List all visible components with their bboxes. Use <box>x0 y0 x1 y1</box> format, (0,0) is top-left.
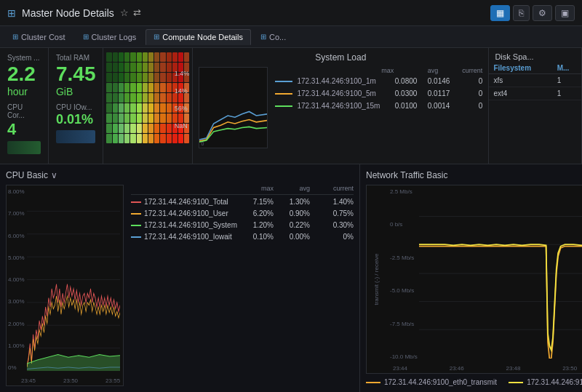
disk-col-filesystem: Filesystem <box>489 63 552 74</box>
top-bar-left: ⊞ Master Node Details ☆ ⇄ <box>7 7 141 19</box>
metrics-row: System ... 2.2 hour CPU Cor... 4 Total R… <box>0 48 582 164</box>
stats-col-current: current <box>310 185 354 192</box>
heatmap-labels: 1.4% 14% 56% NaN <box>175 70 190 129</box>
cpu-stats: max avg current 172.31.44.246:9100_Total… <box>131 185 354 386</box>
series-iowait-dash <box>131 236 141 238</box>
cpu-x-2: 23:55 <box>105 377 120 384</box>
series-1-label: 172.31.44.246:9100_5m <box>297 89 380 97</box>
settings-button[interactable]: ⚙ <box>533 5 552 21</box>
cpu-stats-row-1: 172.31.44.246:9100_User 6.20% 0.90% 0.75… <box>131 209 354 217</box>
net-y-2: -2.5 Mb/s <box>390 255 418 261</box>
series-1-line <box>275 93 292 95</box>
series-2-current: 0 <box>450 102 482 110</box>
tab-co[interactable]: ⊞ Co... <box>252 29 294 45</box>
net-y-axis-label: transmit (-) / receive <box>373 253 380 305</box>
series-total-avg: 1.30% <box>274 198 310 206</box>
cpu-iowait-value: 0.01% <box>56 113 96 127</box>
sysload-content: 0 max avg current 172.31.44.246:9100_1m … <box>193 64 488 151</box>
series-0-max: 0.0800 <box>384 77 417 85</box>
disk-row-0-fs: xfs <box>489 74 552 87</box>
disk-table: Filesystem M... xfs 1 ext4 1 <box>489 63 581 100</box>
series-2-avg: 0.0014 <box>417 102 450 110</box>
disk-card: Disk Spa... Filesystem M... xfs 1 ext4 <box>489 48 582 164</box>
tab-cluster-logs-label: Cluster Logs <box>92 33 137 41</box>
cpu-stats-row-3: 172.31.44.246:9100_Iowait 0.10% 0.00% 0% <box>131 233 354 241</box>
disk-row-1-fs: ext4 <box>489 87 552 100</box>
sysload-legend-area: max avg current 172.31.44.246:9100_1m 0.… <box>275 67 482 148</box>
monitor-button[interactable]: ▣ <box>555 5 575 21</box>
series-0-current: 0 <box>450 77 482 85</box>
cpu-title-text: CPU Basic <box>6 170 48 180</box>
cpu-stats-row-0: 172.31.44.246:9100_Total 7.15% 1.30% 1.4… <box>131 198 354 206</box>
cpu-y-0: 0% <box>8 364 25 371</box>
heatmap-grid: 1.4% 14% 56% NaN <box>106 52 189 147</box>
heatmap-label-1: 14% <box>175 87 190 95</box>
page-title: Master Node Details <box>22 7 114 19</box>
series-system-label: 172.31.44.246:9100_System <box>144 221 237 229</box>
sysload-card: System Load 0 max <box>193 48 489 164</box>
sysload-title: System Load <box>193 48 488 64</box>
graph-view-button[interactable]: ⎘ <box>513 5 530 21</box>
iow-sparkline <box>56 130 96 143</box>
net-y-4: -7.5 Mb/s <box>390 321 418 327</box>
series-user-max: 6.20% <box>237 209 274 217</box>
network-panel: Network Traffic Basic transmit (-) / rec… <box>360 164 582 392</box>
col-current: current <box>450 67 482 74</box>
series-total-dash <box>131 201 141 203</box>
tab-compute-node[interactable]: ⊞ Compute Node Details <box>146 29 251 45</box>
net-x-2: 23:48 <box>506 365 520 372</box>
net-receive-label: 172.31.44.246:9100_eth0_receive <box>527 378 582 386</box>
net-x-0: 23:44 <box>393 365 407 372</box>
col-max: max <box>361 67 394 74</box>
tab-co-label: Co... <box>269 33 286 41</box>
series-1-current: 0 <box>450 89 482 97</box>
cpu-sparkline <box>7 141 41 154</box>
sysload-series-1: 172.31.44.246:9100_5m 0.0300 0.0117 0 <box>275 89 482 97</box>
series-0-avg: 0.0146 <box>417 77 450 85</box>
cpu-panel: CPU Basic ∨ 8.00% 7.00% 6.00% 5.00% 4.00… <box>0 164 360 392</box>
cpu-x-1: 23:50 <box>63 377 78 384</box>
series-1-avg: 0.0117 <box>417 89 450 97</box>
bottom-row: CPU Basic ∨ 8.00% 7.00% 6.00% 5.00% 4.00… <box>0 164 582 392</box>
cpu-y-3: 3.00% <box>8 298 25 305</box>
net-y-0: 2.5 Mb/s <box>390 188 418 195</box>
ram-card: Total RAM 7.45 GiB CPU IOw... 0.01% <box>49 48 104 164</box>
share-icon[interactable]: ⇄ <box>133 7 141 18</box>
cpu-stats-row-2: 172.31.44.246:9100_System 1.20% 0.22% 0.… <box>131 221 354 229</box>
series-system-current: 0.30% <box>310 221 354 229</box>
system-label: System ... <box>7 54 41 62</box>
disk-title: Disk Spa... <box>489 48 581 63</box>
stats-col-max: max <box>237 185 274 192</box>
cpu-panel-title: CPU Basic ∨ <box>6 170 354 180</box>
tab-cluster-logs[interactable]: ⊞ Cluster Logs <box>75 29 145 45</box>
disk-row-1: ext4 1 <box>489 87 581 100</box>
series-0-label: 172.31.44.246:9100_1m <box>297 77 380 85</box>
net-legend: 172.31.44.246:9100_eth0_transmit 172.31.… <box>366 378 582 386</box>
cpu-y-4: 4.00% <box>8 276 25 283</box>
series-user-label: 172.31.44.246:9100_User <box>144 209 228 217</box>
series-2-line <box>275 105 292 107</box>
cpu-iow-label: CPU IOw... <box>56 103 96 111</box>
sysload-series-0: 172.31.44.246:9100_1m 0.0800 0.0146 0 <box>275 77 482 85</box>
net-legend-transmit: 172.31.44.246:9100_eth0_transmit <box>366 378 497 386</box>
cpu-x-0: 23:45 <box>21 377 36 384</box>
net-transmit-line <box>366 382 380 383</box>
cpu-y-5: 5.00% <box>8 255 25 261</box>
cpu-y-axis: 8.00% 7.00% 6.00% 5.00% 4.00% 3.00% 2.00… <box>8 188 25 371</box>
series-system-dash <box>131 225 141 226</box>
cpu-core-label: CPU Cor... <box>7 103 41 119</box>
top-bar: ⊞ Master Node Details ☆ ⇄ ▦ ⎘ ⚙ ▣ <box>0 0 582 26</box>
tab-cluster-cost[interactable]: ⊞ Cluster Cost <box>4 29 73 45</box>
series-2-vals: 0.0100 0.0014 0 <box>384 102 482 110</box>
svg-marker-7 <box>27 354 120 371</box>
series-iowait-max: 0.10% <box>237 233 274 241</box>
cpu-dropdown-icon[interactable]: ∨ <box>51 170 57 180</box>
sysload-svg <box>199 68 267 148</box>
system-value: 2.2 <box>7 63 41 86</box>
star-icon[interactable]: ☆ <box>120 7 129 18</box>
chart-view-button[interactable]: ▦ <box>490 5 510 21</box>
net-y-axis: 2.5 Mb/s 0 b/s -2.5 Mb/s -5.0 Mb/s -7.5 … <box>390 188 418 360</box>
series-system-max: 1.20% <box>237 221 274 229</box>
net-transmit-label: 172.31.44.246:9100_eth0_transmit <box>384 378 497 386</box>
cpu-cores-value: 4 <box>7 121 41 138</box>
